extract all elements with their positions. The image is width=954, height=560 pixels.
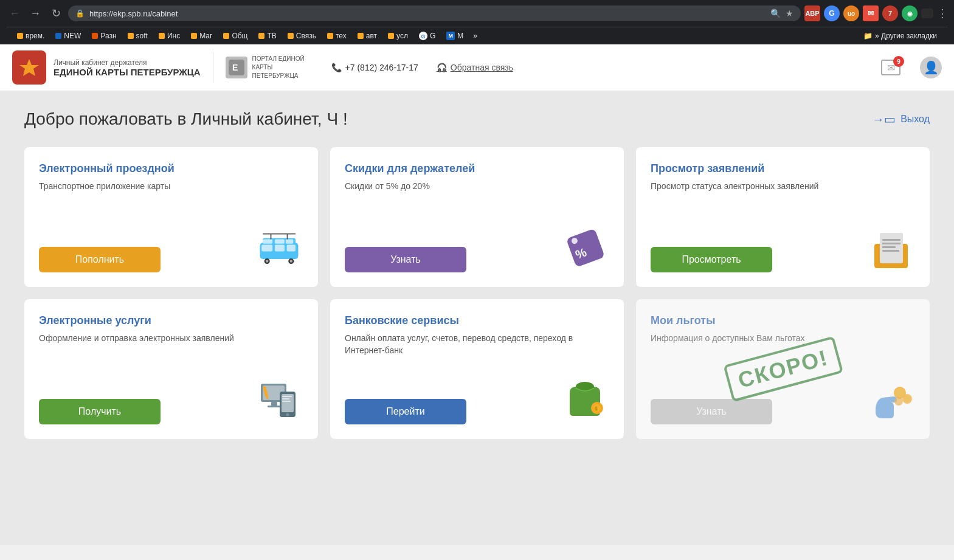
welcome-row: Добро пожаловать в Личный кабинет, Ч ! →… xyxy=(24,109,930,129)
card-eservices-title: Электронные услуги xyxy=(39,314,303,328)
browser-chrome: ← → ↻ 🔒 https://ekp.spb.ru/cabinet 🔍 ★ А… xyxy=(0,0,954,44)
bookmark-new[interactable]: NEW xyxy=(50,30,86,42)
svg-point-50 xyxy=(894,397,903,406)
address-bar[interactable]: 🔒 https://ekp.spb.ru/cabinet 🔍 ★ xyxy=(68,5,801,21)
bookmark-label: NEW xyxy=(64,32,81,40)
ext-mail-button[interactable]: ✉ xyxy=(863,5,879,21)
discount-tag-svg: % xyxy=(565,227,605,269)
svg-rect-39 xyxy=(282,401,291,402)
bookmark-авт[interactable]: авт xyxy=(353,30,382,42)
bookmark-врем[interactable]: врем. xyxy=(12,30,49,42)
card-applications-bottom: Просмотреть xyxy=(651,224,915,272)
bookmark-маг[interactable]: Маг xyxy=(186,30,217,42)
notification-area[interactable]: ✉ 9 xyxy=(881,60,900,75)
feedback-link[interactable]: 🎧 Обратная связь xyxy=(437,63,513,72)
logout-button[interactable]: →▭ Выход xyxy=(872,112,930,126)
banking-button[interactable]: Перейти xyxy=(345,399,466,424)
bookmark-label: soft xyxy=(136,32,148,40)
bookmark-dot xyxy=(17,33,23,39)
eservices-svg xyxy=(258,381,300,420)
notification-badge: 9 xyxy=(893,56,904,67)
back-button[interactable]: ← xyxy=(6,5,23,22)
bookmark-label: Разн xyxy=(100,32,116,40)
svg-rect-8 xyxy=(263,240,272,244)
svg-text:Е: Е xyxy=(232,63,238,72)
svg-rect-21 xyxy=(565,229,604,268)
bookmark-связь[interactable]: Связь xyxy=(283,30,321,42)
bookmark-тв[interactable]: ТВ xyxy=(254,30,281,42)
welcome-user: Ч ! xyxy=(327,109,347,129)
card-eservices: Электронные услуги Оформление и отправка… xyxy=(24,299,318,439)
card-banking-bottom: Перейти $ xyxy=(345,376,609,424)
bookmark-dot xyxy=(159,33,165,39)
bookmark-label: Связь xyxy=(296,32,316,40)
reload-button[interactable]: ↻ xyxy=(47,5,64,22)
logo-subtitle: Личный кабинет держателя xyxy=(54,58,201,67)
discounts-button[interactable]: Узнать xyxy=(345,247,466,272)
bookmark-тех[interactable]: тех xyxy=(322,30,351,42)
card-eservices-desc: Оформление и отправка электронных заявле… xyxy=(39,333,303,345)
star-icon: ★ xyxy=(786,9,793,18)
bookmark-dot xyxy=(191,33,197,39)
svg-rect-10 xyxy=(286,240,294,244)
bookmark-label: усл xyxy=(396,32,408,40)
bookmark-label: врем. xyxy=(26,32,44,40)
card-discounts-desc: Скидки от 5% до 20% xyxy=(345,181,609,193)
card-banking-title: Банковские сервисы xyxy=(345,314,609,328)
svg-point-49 xyxy=(904,395,911,402)
ext-google-button[interactable]: G xyxy=(824,5,840,21)
applications-button[interactable]: Просмотреть xyxy=(651,247,772,272)
card-applications: Просмотр заявлений Просмотр статуса элек… xyxy=(636,147,930,287)
bookmark-m[interactable]: M M xyxy=(441,30,468,42)
bookmark-google[interactable]: G G xyxy=(414,30,440,42)
card-transport-title: Электронный проездной xyxy=(39,162,303,176)
ext-globe-button[interactable]: ◉ xyxy=(902,5,918,21)
ext-red-button[interactable]: 7 xyxy=(882,5,898,21)
header-phone: 📞 +7 (812) 246-17-17 xyxy=(331,63,418,72)
eservices-button[interactable]: Получить xyxy=(39,399,161,424)
document-svg xyxy=(871,227,911,269)
svg-rect-38 xyxy=(282,398,289,399)
site-header: Личный кабинет держателя ЕДИНОЙ КАРТЫ ПЕ… xyxy=(0,44,954,91)
bookmark-общ[interactable]: Общ xyxy=(218,30,252,42)
bookmark-label: Инс xyxy=(167,32,180,40)
svg-rect-37 xyxy=(282,396,292,397)
other-bookmarks-button[interactable]: 📁 » Другие закладки xyxy=(859,30,942,42)
user-icon: 👤 xyxy=(924,60,939,75)
ext-more-button[interactable]: ⋮ xyxy=(937,7,948,20)
ext-dark-button[interactable] xyxy=(921,9,933,18)
bookmark-dot xyxy=(128,33,134,39)
bookmark-soft[interactable]: soft xyxy=(123,30,153,42)
bookmark-label: Общ xyxy=(232,32,247,40)
discounts-icon: % xyxy=(561,224,609,272)
forward-button[interactable]: → xyxy=(27,5,44,22)
card-discounts-bottom: Узнать % xyxy=(345,224,609,272)
svg-rect-32 xyxy=(271,402,277,406)
bookmark-more-button[interactable]: » xyxy=(469,30,481,42)
card-benefits-title: Мои льготы xyxy=(651,314,915,328)
search-icon: 🔍 xyxy=(770,9,781,18)
svg-rect-27 xyxy=(882,243,900,244)
logo-text-area: Личный кабинет держателя ЕДИНОЙ КАРТЫ ПЕ… xyxy=(54,58,201,77)
bookmark-dot xyxy=(258,33,264,39)
transport-icon xyxy=(255,224,303,272)
main-content: Добро пожаловать в Личный кабинет, Ч ! →… xyxy=(0,91,954,545)
headphones-icon: 🎧 xyxy=(437,63,447,72)
bookmark-разн[interactable]: Разн xyxy=(87,30,121,42)
bookmark-инс[interactable]: Инс xyxy=(154,30,185,42)
phone-icon: 📞 xyxy=(331,63,342,72)
svg-text:G: G xyxy=(421,33,425,40)
card-transport-bottom: Пополнить xyxy=(39,224,303,272)
svg-rect-12 xyxy=(275,245,285,252)
ext-abp-button[interactable]: АВР xyxy=(804,5,820,21)
coat-of-arms xyxy=(17,55,41,80)
wallet-svg: $ xyxy=(564,381,606,420)
bookmark-dot xyxy=(358,33,364,39)
transport-button[interactable]: Пополнить xyxy=(39,247,161,272)
bookmark-усл[interactable]: усл xyxy=(383,30,413,42)
user-avatar[interactable]: 👤 xyxy=(920,57,942,78)
bookmarks-bar: врем. NEW Разн soft Инс Маг Общ ТВ xyxy=(6,27,948,44)
svg-rect-26 xyxy=(882,239,900,241)
svg-rect-29 xyxy=(882,250,899,252)
ext-uo-button[interactable]: uo xyxy=(843,5,859,21)
